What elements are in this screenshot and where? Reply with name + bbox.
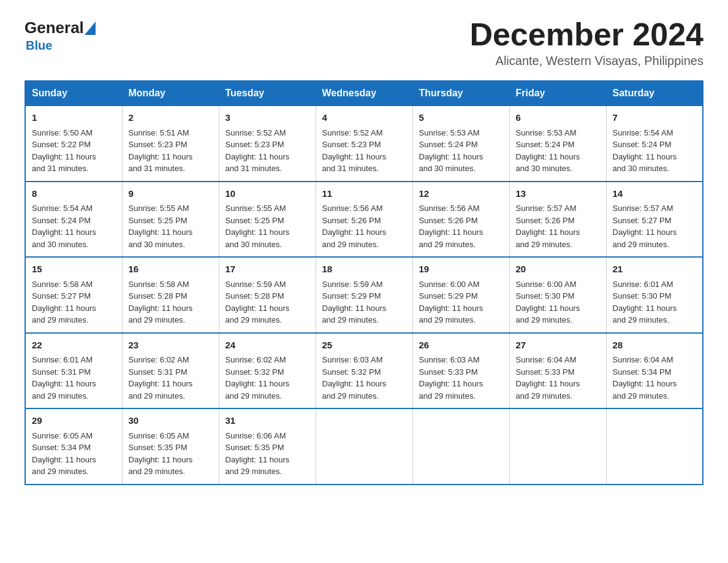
day-number: 16 [129, 262, 213, 277]
calendar-cell [412, 408, 509, 484]
calendar-cell: 14 Sunrise: 5:57 AM Sunset: 5:27 PM Dayl… [606, 182, 703, 258]
calendar-cell: 29 Sunrise: 6:05 AM Sunset: 5:34 PM Dayl… [25, 408, 122, 484]
calendar-cell: 8 Sunrise: 5:54 AM Sunset: 5:24 PM Dayli… [25, 182, 122, 258]
day-info: Sunrise: 5:53 AM Sunset: 5:24 PM Dayligh… [419, 128, 483, 174]
month-title: December 2024 [469, 18, 703, 50]
calendar-cell: 18 Sunrise: 5:59 AM Sunset: 5:29 PM Dayl… [316, 257, 412, 333]
calendar-cell: 30 Sunrise: 6:05 AM Sunset: 5:35 PM Dayl… [122, 408, 219, 484]
day-info: Sunrise: 6:01 AM Sunset: 5:31 PM Dayligh… [32, 355, 96, 400]
calendar-cell: 28 Sunrise: 6:04 AM Sunset: 5:34 PM Dayl… [606, 333, 703, 409]
day-number: 17 [226, 262, 309, 277]
calendar-cell: 15 Sunrise: 5:58 AM Sunset: 5:27 PM Dayl… [25, 257, 122, 333]
day-number: 13 [516, 187, 600, 201]
weekday-header-sunday: Sunday [25, 81, 122, 105]
day-number: 2 [129, 111, 213, 125]
calendar-week-row: 8 Sunrise: 5:54 AM Sunset: 5:24 PM Dayli… [25, 182, 703, 258]
calendar-week-row: 22 Sunrise: 6:01 AM Sunset: 5:31 PM Dayl… [25, 333, 703, 409]
day-number: 27 [516, 339, 600, 353]
day-info: Sunrise: 6:05 AM Sunset: 5:34 PM Dayligh… [32, 431, 96, 477]
day-info: Sunrise: 5:59 AM Sunset: 5:28 PM Dayligh… [226, 280, 290, 325]
logo: General Blue [25, 18, 96, 53]
day-info: Sunrise: 6:02 AM Sunset: 5:31 PM Dayligh… [129, 355, 193, 400]
day-info: Sunrise: 5:52 AM Sunset: 5:23 PM Dayligh… [226, 128, 290, 174]
day-info: Sunrise: 5:54 AM Sunset: 5:24 PM Dayligh… [613, 128, 677, 174]
day-info: Sunrise: 6:00 AM Sunset: 5:30 PM Dayligh… [516, 280, 580, 325]
day-number: 30 [129, 414, 213, 428]
calendar-cell: 24 Sunrise: 6:02 AM Sunset: 5:32 PM Dayl… [219, 333, 316, 409]
day-number: 7 [613, 111, 697, 125]
day-info: Sunrise: 5:59 AM Sunset: 5:29 PM Dayligh… [322, 280, 387, 325]
day-number: 11 [322, 187, 406, 201]
day-info: Sunrise: 5:54 AM Sunset: 5:24 PM Dayligh… [32, 204, 96, 249]
day-info: Sunrise: 6:05 AM Sunset: 5:35 PM Dayligh… [129, 431, 193, 477]
day-info: Sunrise: 5:50 AM Sunset: 5:22 PM Dayligh… [32, 128, 96, 174]
calendar-cell: 13 Sunrise: 5:57 AM Sunset: 5:26 PM Dayl… [509, 182, 606, 258]
day-number: 31 [226, 414, 309, 428]
calendar-cell: 10 Sunrise: 5:55 AM Sunset: 5:25 PM Dayl… [219, 182, 316, 258]
day-number: 9 [129, 187, 213, 201]
day-number: 29 [32, 414, 116, 428]
calendar-cell: 23 Sunrise: 6:02 AM Sunset: 5:31 PM Dayl… [122, 333, 219, 409]
svg-marker-0 [85, 21, 96, 35]
weekday-header-tuesday: Tuesday [219, 81, 316, 105]
day-info: Sunrise: 5:55 AM Sunset: 5:25 PM Dayligh… [129, 204, 193, 249]
calendar-cell: 26 Sunrise: 6:03 AM Sunset: 5:33 PM Dayl… [412, 333, 509, 409]
day-info: Sunrise: 6:00 AM Sunset: 5:29 PM Dayligh… [419, 280, 483, 325]
calendar-week-row: 29 Sunrise: 6:05 AM Sunset: 5:34 PM Dayl… [25, 408, 703, 484]
day-info: Sunrise: 6:04 AM Sunset: 5:33 PM Dayligh… [516, 355, 580, 400]
day-number: 21 [613, 262, 697, 277]
calendar-cell: 4 Sunrise: 5:52 AM Sunset: 5:23 PM Dayli… [316, 105, 412, 182]
calendar-cell: 6 Sunrise: 5:53 AM Sunset: 5:24 PM Dayli… [509, 105, 606, 182]
day-number: 10 [226, 187, 309, 201]
calendar-cell: 3 Sunrise: 5:52 AM Sunset: 5:23 PM Dayli… [219, 105, 316, 182]
day-number: 23 [129, 339, 213, 353]
day-number: 14 [613, 187, 697, 201]
day-number: 25 [322, 339, 406, 353]
day-info: Sunrise: 5:51 AM Sunset: 5:23 PM Dayligh… [129, 128, 193, 174]
calendar-cell: 22 Sunrise: 6:01 AM Sunset: 5:31 PM Dayl… [25, 333, 122, 409]
weekday-header-thursday: Thursday [412, 81, 509, 105]
day-info: Sunrise: 6:03 AM Sunset: 5:32 PM Dayligh… [322, 355, 387, 400]
day-info: Sunrise: 5:58 AM Sunset: 5:28 PM Dayligh… [129, 280, 193, 325]
location-title: Alicante, Western Visayas, Philippines [469, 54, 703, 68]
day-number: 22 [32, 339, 116, 353]
weekday-header-saturday: Saturday [606, 81, 703, 105]
day-info: Sunrise: 5:56 AM Sunset: 5:26 PM Dayligh… [419, 204, 483, 249]
day-number: 6 [516, 111, 600, 125]
title-block: December 2024 Alicante, Western Visayas,… [469, 18, 703, 68]
day-info: Sunrise: 6:01 AM Sunset: 5:30 PM Dayligh… [613, 280, 677, 325]
day-info: Sunrise: 5:53 AM Sunset: 5:24 PM Dayligh… [516, 128, 580, 174]
day-number: 1 [32, 111, 116, 125]
day-number: 12 [419, 187, 503, 201]
day-info: Sunrise: 5:57 AM Sunset: 5:27 PM Dayligh… [613, 204, 677, 249]
calendar-cell: 17 Sunrise: 5:59 AM Sunset: 5:28 PM Dayl… [219, 257, 316, 333]
day-number: 26 [419, 339, 503, 353]
calendar-cell: 9 Sunrise: 5:55 AM Sunset: 5:25 PM Dayli… [122, 182, 219, 258]
weekday-header-friday: Friday [509, 81, 606, 105]
day-info: Sunrise: 5:52 AM Sunset: 5:23 PM Dayligh… [322, 128, 387, 174]
day-number: 5 [419, 111, 503, 125]
day-number: 3 [226, 111, 309, 125]
calendar-cell [316, 408, 412, 484]
day-number: 20 [516, 262, 600, 277]
calendar-cell: 1 Sunrise: 5:50 AM Sunset: 5:22 PM Dayli… [25, 105, 122, 182]
calendar-cell: 25 Sunrise: 6:03 AM Sunset: 5:32 PM Dayl… [316, 333, 412, 409]
day-info: Sunrise: 6:06 AM Sunset: 5:35 PM Dayligh… [226, 431, 290, 477]
calendar-cell [509, 408, 606, 484]
day-info: Sunrise: 5:58 AM Sunset: 5:27 PM Dayligh… [32, 280, 96, 325]
day-info: Sunrise: 6:04 AM Sunset: 5:34 PM Dayligh… [613, 355, 677, 400]
calendar-cell [606, 408, 703, 484]
calendar-cell: 7 Sunrise: 5:54 AM Sunset: 5:24 PM Dayli… [606, 105, 703, 182]
calendar-cell: 2 Sunrise: 5:51 AM Sunset: 5:23 PM Dayli… [122, 105, 219, 182]
calendar-week-row: 1 Sunrise: 5:50 AM Sunset: 5:22 PM Dayli… [25, 105, 703, 182]
day-info: Sunrise: 6:02 AM Sunset: 5:32 PM Dayligh… [226, 355, 290, 400]
calendar-table: SundayMondayTuesdayWednesdayThursdayFrid… [25, 80, 703, 485]
calendar-cell: 11 Sunrise: 5:56 AM Sunset: 5:26 PM Dayl… [316, 182, 412, 258]
calendar-cell: 16 Sunrise: 5:58 AM Sunset: 5:28 PM Dayl… [122, 257, 219, 333]
calendar-cell: 5 Sunrise: 5:53 AM Sunset: 5:24 PM Dayli… [412, 105, 509, 182]
day-info: Sunrise: 6:03 AM Sunset: 5:33 PM Dayligh… [419, 355, 483, 400]
calendar-cell: 21 Sunrise: 6:01 AM Sunset: 5:30 PM Dayl… [606, 257, 703, 333]
calendar-cell: 27 Sunrise: 6:04 AM Sunset: 5:33 PM Dayl… [509, 333, 606, 409]
day-number: 4 [322, 111, 406, 125]
day-info: Sunrise: 5:57 AM Sunset: 5:26 PM Dayligh… [516, 204, 580, 249]
